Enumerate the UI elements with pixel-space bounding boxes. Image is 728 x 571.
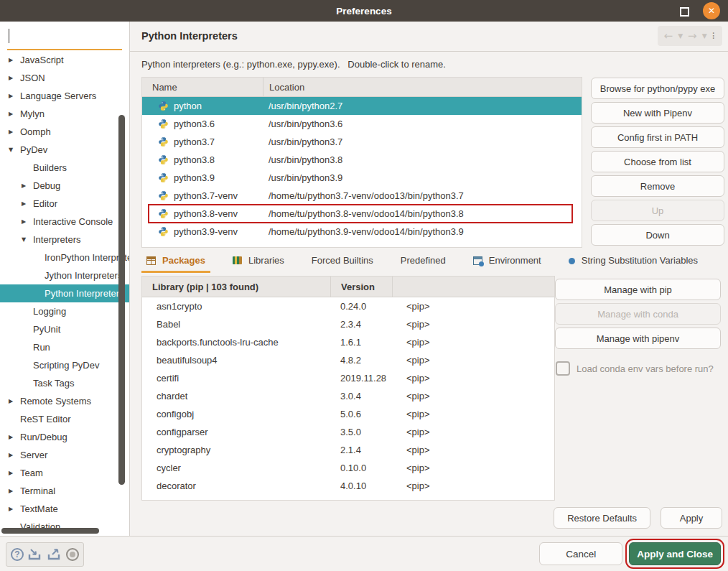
interpreter-row[interactable]: python3.7 /usr/bin/python3.7 [142,133,582,151]
column-header-version[interactable]: Version [330,277,392,297]
tree-item[interactable]: Team [0,464,126,482]
package-action-button[interactable]: Manage with pip [555,279,721,300]
interpreter-name: python3.8 [174,154,215,165]
column-header-name[interactable]: Name [142,78,263,96]
tree-item[interactable]: Interpreters [0,231,130,249]
footer-button[interactable]: Restore Defaults [554,507,650,529]
tree-item[interactable]: Task Tags [0,374,130,392]
tree-item-label: JavaScript [20,55,64,65]
tree-item[interactable]: Scripting PyDev [0,356,130,374]
package-row[interactable]: configobj 5.0.6 <pip> [142,405,554,423]
conda-env-checkbox[interactable] [556,361,570,376]
package-row[interactable]: cryptography 2.1.4 <pip> [142,441,554,459]
tree-item[interactable]: Oomph [0,123,126,141]
import-preferences-icon[interactable] [27,547,43,562]
interpreter-row[interactable]: python3.6 /usr/bin/python3.6 [142,115,582,133]
interpreter-row[interactable]: python3.8-venv /home/tu/python3.8-venv/o… [142,205,582,223]
back-icon[interactable]: ← [664,31,673,42]
tree-item-label: Scripting PyDev [33,360,99,371]
tab[interactable]: Environment [468,252,546,271]
interpreter-action-button[interactable]: Config first in PATH [591,126,724,148]
tree-item-label: Interpreters [33,234,80,245]
interpreter-row[interactable]: python3.9-venv /home/tu/python3.9-venv/o… [142,223,582,241]
view-menu-icon[interactable]: ⁝ [712,30,716,42]
tree-item[interactable]: Server [0,446,126,464]
package-action-button[interactable]: Manage with conda [555,303,721,325]
package-name: configparser [142,427,330,437]
interpreter-row[interactable]: python3.9 /usr/bin/python3.9 [142,169,582,187]
package-row[interactable]: chardet 3.0.4 <pip> [142,387,554,405]
tree-item[interactable]: ReST Editor [0,410,126,428]
package-row[interactable]: beautifulsoup4 4.8.2 <pip> [142,351,554,369]
tab[interactable]: Predefined [396,252,451,271]
package-row[interactable]: certifi 2019.11.28 <pip> [142,369,554,387]
conda-env-checkbox-row[interactable]: Load conda env vars before run? [555,361,721,376]
export-preferences-icon[interactable] [47,547,62,562]
sidebar-vertical-scrollbar[interactable] [118,115,125,485]
tree-item[interactable]: Terminal [0,482,126,500]
interpreter-location: /usr/bin/python3.9 [263,172,582,183]
tab[interactable]: Packages [141,252,210,273]
tree-item-label: Jython Interpreters [45,270,122,281]
interpreter-action-button[interactable]: Remove [591,175,724,197]
interpreter-action-button[interactable]: Choose from list [591,151,724,172]
tab[interactable]: String Substitution Variables [564,252,703,271]
tab[interactable]: Forced Builtins [307,252,378,271]
tree-item[interactable]: JSON [0,69,126,87]
tree-expand-arrow-icon [9,57,20,63]
cancel-button[interactable]: Cancel [539,542,622,565]
package-row[interactable]: configparser 3.5.0 <pip> [142,423,554,441]
tree-item[interactable]: Editor [0,195,130,213]
tree-item[interactable]: Jython Interpreters [0,266,130,284]
interpreter-action-button[interactable]: Up [591,200,724,221]
tab-label: String Substitution Variables [582,255,698,266]
package-row[interactable]: backports.functools-lru-cache 1.6.1 <pip… [142,333,554,351]
interpreter-action-button[interactable]: Browse for python/pypy exe [591,78,724,99]
column-header-location[interactable]: Location [263,78,582,96]
package-name: backports.functools-lru-cache [142,337,330,348]
package-row[interactable]: decorator 4.0.10 <pip> [142,477,554,495]
package-row[interactable]: Babel 2.3.4 <pip> [142,315,554,333]
column-header-library[interactable]: Library (pip | 103 found) [142,277,330,297]
package-action-button[interactable]: Manage with pipenv [555,328,721,349]
record-icon[interactable] [66,548,79,561]
package-row[interactable]: cycler 0.10.0 <pip> [142,459,554,477]
tree-item[interactable]: Builders [0,159,130,177]
close-icon[interactable]: ✕ [703,2,720,19]
interpreter-row[interactable]: python3.8 /usr/bin/python3.8 [142,151,582,169]
back-dropdown-icon[interactable]: ▼ [678,32,683,40]
maximize-icon[interactable] [680,7,689,17]
tree-item[interactable]: JavaScript [0,51,126,69]
help-icon[interactable]: ? [11,548,24,561]
filter-input[interactable] [7,25,122,50]
tab[interactable]: Libraries [228,252,289,271]
tab-icon [146,256,156,265]
tree-item[interactable]: PyUnit [0,320,130,338]
tree-item[interactable]: Interactive Console [0,213,130,231]
tree-item[interactable]: PyDev [0,141,126,159]
interpreter-action-button[interactable]: Down [591,224,724,246]
forward-dropdown-icon[interactable]: ▼ [702,32,707,40]
package-row[interactable]: asn1crypto 0.24.0 <pip> [142,297,554,315]
tree-item[interactable]: Remote Systems [0,392,126,410]
column-header-source[interactable] [392,277,554,297]
tree-item[interactable]: IronPython Interpreters [0,249,130,266]
package-version: 3.5.0 [330,427,392,437]
interpreter-row[interactable]: python3.7-venv /home/tu/python3.7-venv/o… [142,187,582,205]
tree-item[interactable]: Debug [0,177,130,195]
forward-icon[interactable]: → [688,31,697,42]
apply-and-close-button[interactable]: Apply and Close [629,542,721,565]
tree-item[interactable]: Language Servers [0,87,126,105]
interpreter-row[interactable]: python /usr/bin/python2.7 [142,97,582,115]
sidebar-horizontal-scrollbar[interactable] [1,528,99,534]
footer-button[interactable]: Apply [661,507,722,529]
interpreter-location: /home/tu/python3.7-venv/odoo13/bin/pytho… [263,190,582,201]
tree-item[interactable]: Logging [0,302,130,320]
tab-icon [233,256,242,264]
tree-item[interactable]: Run [0,338,130,356]
tree-item[interactable]: TextMate [0,500,126,518]
interpreter-action-button[interactable]: New with Pipenv [591,102,724,124]
tree-item[interactable]: Mylyn [0,105,126,123]
tree-item[interactable]: Python Interpreters [0,284,130,302]
tree-item[interactable]: Run/Debug [0,428,126,446]
